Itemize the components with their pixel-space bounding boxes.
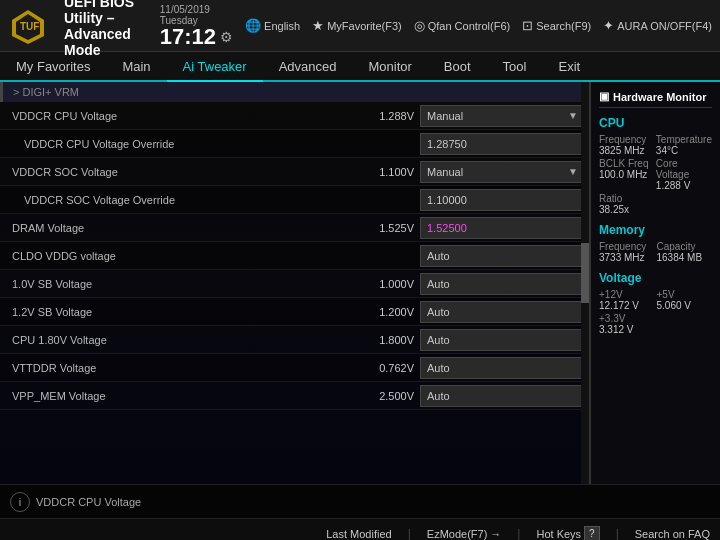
cpu-stats-grid: Frequency 3825 MHz Temperature 34°C BCLK… (599, 134, 712, 191)
row-label: VDDCR CPU Voltage (4, 110, 360, 122)
vddcr-soc-override-field[interactable]: 1.10000 (420, 189, 585, 211)
field-value: 1.10000 (427, 194, 467, 206)
ratio-value: 38.25x (599, 204, 712, 215)
nav-exit[interactable]: Exit (542, 52, 596, 80)
nav-boot[interactable]: Boot (428, 52, 487, 80)
table-row: VTTDDR Voltage 0.762V Auto (0, 354, 589, 382)
row-label: VPP_MEM Voltage (4, 390, 360, 402)
row-label: 1.2V SB Voltage (4, 306, 360, 318)
mem-cap-value: 16384 MB (657, 252, 713, 263)
row-label: VDDCR SOC Voltage Override (4, 194, 360, 206)
table-row: VDDCR CPU Voltage 1.288V Manual ▼ (0, 102, 589, 130)
main-layout: > DIGI+ VRM VDDCR CPU Voltage 1.288V Man… (0, 82, 720, 484)
cpu-freq-label: Frequency (599, 134, 654, 145)
cpu-temp-value: 34°C (656, 145, 712, 156)
favorites-icon: ★ (312, 18, 324, 33)
left-panel: > DIGI+ VRM VDDCR CPU Voltage 1.288V Man… (0, 82, 590, 484)
voltage-section-label: Voltage (599, 271, 712, 285)
scroll-thumb[interactable] (581, 243, 589, 303)
fan-label: Qfan Control(F6) (428, 20, 511, 32)
nav-monitor[interactable]: Monitor (353, 52, 428, 80)
v12-label: +12V (599, 289, 655, 300)
table-row: 1.0V SB Voltage 1.000V Auto (0, 270, 589, 298)
field-value: Auto (427, 250, 450, 262)
info-bar: i VDDCR CPU Voltage (0, 484, 720, 518)
memory-section-label: Memory (599, 223, 712, 237)
row-label: VDDCR SOC Voltage (4, 166, 360, 178)
info-icon: i (10, 492, 30, 512)
row-value: 1.200V (360, 306, 420, 318)
fan-icon: ◎ (414, 18, 425, 33)
v33-label: +3.3V (599, 313, 712, 324)
mem-freq-value: 3733 MHz (599, 252, 655, 263)
1v0-sb-field[interactable]: Auto (420, 273, 585, 295)
row-value: 2.500V (360, 390, 420, 402)
dropdown-value: Manual (427, 110, 463, 122)
cpu-section-label: CPU (599, 116, 712, 130)
nav-ai-tweaker[interactable]: Ai Tweaker (167, 52, 263, 82)
hotkeys-btn[interactable]: Hot Keys ? (536, 526, 599, 540)
voltage-stats-grid: +12V 12.172 V +5V 5.060 V (599, 289, 712, 311)
search-top-icon: ⊡ (522, 18, 533, 33)
bclk-label: BCLK Freq (599, 158, 654, 169)
memory-stats-grid: Frequency 3733 MHz Capacity 16384 MB (599, 241, 712, 263)
table-row: CPU 1.80V Voltage 1.800V Auto (0, 326, 589, 354)
vddcr-cpu-override-field[interactable]: 1.28750 (420, 133, 585, 155)
mem-freq-label: Frequency (599, 241, 655, 252)
ezmode-btn[interactable]: EzMode(F7) → (427, 528, 502, 540)
row-value: 1.000V (360, 278, 420, 290)
row-value: 1.800V (360, 334, 420, 346)
settings-icon[interactable]: ⚙ (220, 29, 233, 45)
cpu-1v8-field[interactable]: Auto (420, 329, 585, 351)
vddcr-cpu-voltage-dropdown[interactable]: Manual ▼ (420, 105, 585, 127)
row-value: 0.762V (360, 362, 420, 374)
hw-monitor-title: ▣ Hardware Monitor (599, 90, 712, 108)
vttddr-field[interactable]: Auto (420, 357, 585, 379)
ratio-label: Ratio (599, 193, 712, 204)
qfan-action[interactable]: ◎ Qfan Control(F6) (414, 18, 511, 33)
chevron-down-icon: ▼ (568, 110, 578, 121)
search-action[interactable]: ⊡ Search(F9) (522, 18, 591, 33)
top-actions: 🌐 English ★ MyFavorite(F3) ◎ Qfan Contro… (245, 18, 712, 33)
nav-my-favorites[interactable]: My Favorites (0, 52, 106, 80)
v12-value: 12.172 V (599, 300, 655, 311)
nav-advanced[interactable]: Advanced (263, 52, 353, 80)
v5-value: 5.060 V (657, 300, 713, 311)
time-display: 17:12 (160, 26, 216, 48)
section-header: > DIGI+ VRM (0, 82, 589, 102)
row-label: VDDCR CPU Voltage Override (4, 138, 360, 150)
cldo-vddg-field[interactable]: Auto (420, 245, 585, 267)
scrollbar[interactable] (581, 82, 589, 484)
dropdown-value: Manual (427, 166, 463, 178)
language-icon: 🌐 (245, 18, 261, 33)
1v2-sb-field[interactable]: Auto (420, 301, 585, 323)
aura-action[interactable]: ✦ AURA ON/OFF(F4) (603, 18, 712, 33)
vpp-mem-field[interactable]: Auto (420, 385, 585, 407)
aura-label: AURA ON/OFF(F4) (617, 20, 712, 32)
language-action[interactable]: 🌐 English (245, 18, 300, 33)
field-value: Auto (427, 334, 450, 346)
dram-voltage-field[interactable]: 1.52500 (420, 217, 585, 239)
search-faq-btn[interactable]: Search on FAQ (635, 528, 710, 540)
field-value: Auto (427, 362, 450, 374)
vddcr-soc-voltage-dropdown[interactable]: Manual ▼ (420, 161, 585, 183)
bclk-value: 100.0 MHz (599, 169, 654, 180)
last-modified-btn[interactable]: Last Modified (326, 528, 391, 540)
hardware-monitor-panel: ▣ Hardware Monitor CPU Frequency 3825 MH… (590, 82, 720, 484)
info-text: VDDCR CPU Voltage (36, 496, 141, 508)
bios-title: UEFI BIOS Utility – Advanced Mode (64, 0, 134, 58)
footer-actions: Last Modified | EzMode(F7) → | Hot Keys … (0, 518, 720, 540)
table-row: VDDCR SOC Voltage 1.100V Manual ▼ (0, 158, 589, 186)
myfavorite-action[interactable]: ★ MyFavorite(F3) (312, 18, 402, 33)
nav-tool[interactable]: Tool (487, 52, 543, 80)
date-display: 11/05/2019 Tuesday (160, 4, 233, 26)
nav-main[interactable]: Main (106, 52, 166, 80)
last-modified-label: Last Modified (326, 528, 391, 540)
datetime-area: 11/05/2019 Tuesday 17:12 ⚙ (160, 4, 233, 48)
search-top-label: Search(F9) (536, 20, 591, 32)
row-label: CPU 1.80V Voltage (4, 334, 360, 346)
table-row: VDDCR SOC Voltage Override 1.10000 (0, 186, 589, 214)
top-bar: TUF UEFI BIOS Utility – Advanced Mode 11… (0, 0, 720, 52)
row-value: 1.288V (360, 110, 420, 122)
v33-value: 3.312 V (599, 324, 712, 335)
